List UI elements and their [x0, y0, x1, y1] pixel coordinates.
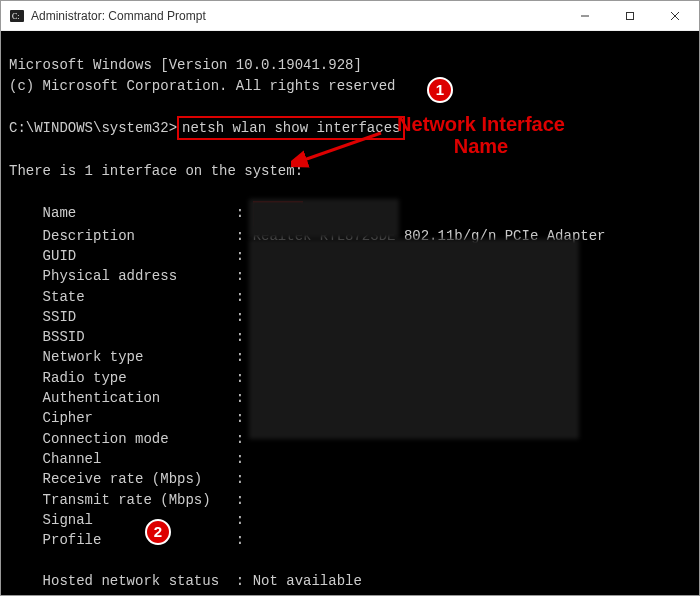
lbl-cmode: Connection mode [43, 431, 169, 447]
lbl-trate: Transmit rate (Mbps) [43, 492, 211, 508]
blur-region-2 [249, 239, 579, 439]
highlight-cmd1: netsh wlan show interfaces [177, 116, 405, 140]
close-button[interactable] [652, 1, 697, 31]
svg-text:C:: C: [12, 12, 20, 21]
minimize-button[interactable] [562, 1, 607, 31]
text-version: Microsoft Windows [Version 10.0.19041.92… [9, 57, 362, 73]
annotation-marker-1: 1 [427, 77, 453, 103]
lbl-state: State [43, 289, 85, 305]
lbl-signal: Signal [43, 512, 93, 528]
lbl-phys: Physical address [43, 268, 177, 284]
titlebar[interactable]: C: Administrator: Command Prompt [1, 1, 699, 31]
lbl-guid: GUID [43, 248, 77, 264]
lbl-ntype: Network type [43, 349, 144, 365]
lbl-name: Name [43, 205, 77, 221]
window-title: Administrator: Command Prompt [31, 9, 562, 23]
console-area[interactable]: Microsoft Windows [Version 10.0.19041.92… [1, 31, 699, 595]
ifcount-line: There is 1 interface on the system: [9, 163, 303, 179]
lbl-cipher: Cipher [43, 410, 93, 426]
maximize-button[interactable] [607, 1, 652, 31]
text-copyright: (c) Microsoft Corporation. All rights re… [9, 78, 395, 94]
annotation-marker-2: 2 [145, 519, 171, 545]
cmd-icon: C: [9, 8, 25, 24]
blur-region-1 [249, 199, 399, 239]
command-prompt-window: C: Administrator: Command Prompt Microso… [0, 0, 700, 596]
annotation-label: Network Interface Name [381, 113, 581, 157]
lbl-rrate: Receive rate (Mbps) [43, 471, 203, 487]
lbl-auth: Authentication [43, 390, 161, 406]
prompt-1: C:\WINDOWS\system32> [9, 120, 177, 136]
lbl-bssid: BSSID [43, 329, 85, 345]
cmd1-text: netsh wlan show interfaces [182, 120, 400, 136]
lbl-profile: Profile [43, 532, 102, 548]
svg-rect-3 [626, 12, 633, 19]
lbl-hosted: Hosted network status [43, 573, 219, 589]
lbl-description: Description [43, 228, 135, 244]
lbl-ssid: SSID [43, 309, 77, 325]
lbl-rtype: Radio type [43, 370, 127, 386]
lbl-channel: Channel [43, 451, 102, 467]
val-hosted: Not available [253, 573, 362, 589]
